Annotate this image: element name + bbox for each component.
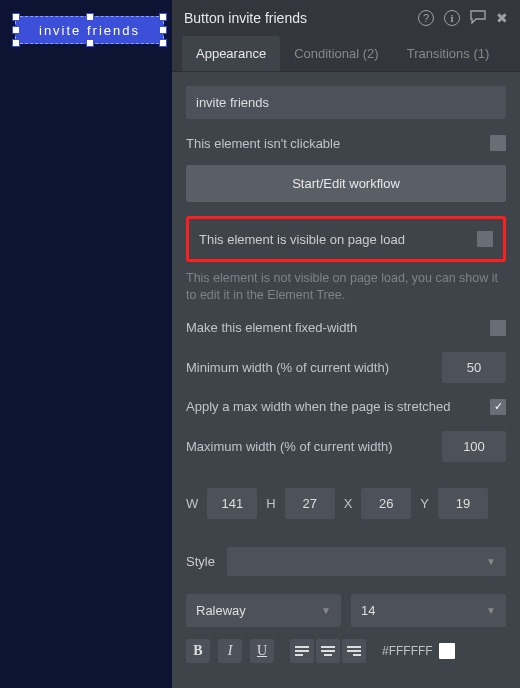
element-name-input[interactable]: [186, 86, 506, 119]
tabs: Appearance Conditional (2) Transitions (…: [172, 36, 520, 72]
w-label: W: [186, 496, 198, 511]
italic-button[interactable]: I: [218, 639, 242, 663]
font-color-field[interactable]: #FFFFFF: [382, 643, 455, 659]
help-icon[interactable]: ?: [418, 10, 434, 26]
width-input[interactable]: [207, 488, 257, 519]
align-left-icon: [295, 646, 309, 656]
color-hex: #FFFFFF: [382, 644, 433, 658]
panel-body: This element isn't clickable Start/Edit …: [172, 72, 520, 688]
tab-transitions[interactable]: Transitions (1): [393, 36, 504, 71]
tab-appearance[interactable]: Appearance: [182, 36, 280, 71]
bold-button[interactable]: B: [186, 639, 210, 663]
resize-handle[interactable]: [86, 39, 94, 47]
visible-help-text: This element is not visible on page load…: [186, 270, 506, 304]
color-swatch[interactable]: [439, 643, 455, 659]
clickable-label: This element isn't clickable: [186, 136, 340, 151]
align-center-icon: [321, 646, 335, 656]
editor-canvas[interactable]: invite friends: [0, 0, 172, 688]
style-dropdown[interactable]: ▼: [227, 547, 506, 576]
selected-button[interactable]: invite friends: [15, 16, 164, 44]
align-center-button[interactable]: [316, 639, 340, 663]
fixed-width-checkbox[interactable]: [490, 320, 506, 336]
x-label: X: [344, 496, 353, 511]
visible-on-load-row: This element is visible on page load: [186, 216, 506, 262]
chevron-down-icon: ▼: [486, 556, 496, 567]
resize-handle[interactable]: [159, 13, 167, 21]
underline-button[interactable]: U: [250, 639, 274, 663]
font-size-dropdown[interactable]: 14 ▼: [351, 594, 506, 627]
resize-handle[interactable]: [12, 26, 20, 34]
h-label: H: [266, 496, 275, 511]
panel-title: Button invite friends: [184, 10, 418, 26]
max-width-label: Maximum width (% of current width): [186, 439, 393, 454]
comment-icon[interactable]: [470, 10, 486, 27]
max-apply-checkbox[interactable]: [490, 399, 506, 415]
y-input[interactable]: [438, 488, 488, 519]
clickable-checkbox[interactable]: [490, 135, 506, 151]
max-width-input[interactable]: [442, 431, 506, 462]
close-icon[interactable]: ✖: [496, 10, 508, 27]
max-apply-label: Apply a max width when the page is stret…: [186, 399, 450, 414]
visible-label: This element is visible on page load: [199, 232, 405, 247]
font-size-value: 14: [361, 603, 375, 618]
visible-checkbox[interactable]: [477, 231, 493, 247]
fixed-width-label: Make this element fixed-width: [186, 320, 357, 335]
resize-handle[interactable]: [159, 26, 167, 34]
resize-handle[interactable]: [12, 13, 20, 21]
style-label: Style: [186, 554, 215, 569]
min-width-input[interactable]: [442, 352, 506, 383]
resize-handle[interactable]: [159, 39, 167, 47]
info-icon[interactable]: i: [444, 10, 460, 26]
font-family-dropdown[interactable]: Raleway ▼: [186, 594, 341, 627]
height-input[interactable]: [285, 488, 335, 519]
chevron-down-icon: ▼: [321, 605, 331, 616]
min-width-label: Minimum width (% of current width): [186, 360, 389, 375]
selected-button-label: invite friends: [39, 23, 140, 38]
resize-handle[interactable]: [12, 39, 20, 47]
align-left-button[interactable]: [290, 639, 314, 663]
chevron-down-icon: ▼: [486, 605, 496, 616]
property-panel: Button invite friends ? i ✖ Appearance C…: [172, 0, 520, 688]
x-input[interactable]: [361, 488, 411, 519]
tab-conditional[interactable]: Conditional (2): [280, 36, 393, 71]
workflow-button[interactable]: Start/Edit workflow: [186, 165, 506, 202]
dimensions-row: W H X Y: [186, 488, 506, 519]
y-label: Y: [420, 496, 429, 511]
panel-header: Button invite friends ? i ✖: [172, 0, 520, 36]
align-right-icon: [347, 646, 361, 656]
align-right-button[interactable]: [342, 639, 366, 663]
font-family-value: Raleway: [196, 603, 246, 618]
resize-handle[interactable]: [86, 13, 94, 21]
